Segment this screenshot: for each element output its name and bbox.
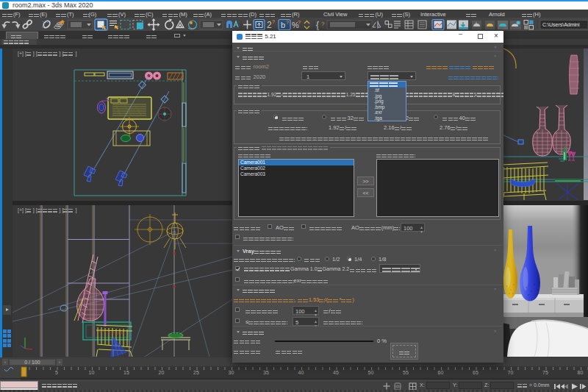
svg-text:50: 50 bbox=[368, 370, 374, 375]
svg-text:C:\Users\Admini: C:\Users\Admini bbox=[542, 22, 580, 27]
svg-text:?: ? bbox=[321, 21, 325, 27]
svg-text:20: 20 bbox=[159, 370, 165, 375]
svg-text:{: { bbox=[316, 20, 319, 30]
svg-text:?: ? bbox=[272, 19, 275, 24]
svg-text:75: 75 bbox=[542, 370, 548, 375]
svg-text:35: 35 bbox=[263, 370, 269, 375]
svg-text:?: ? bbox=[286, 20, 289, 25]
svg-text:5: 5 bbox=[55, 370, 58, 375]
svg-text:70: 70 bbox=[508, 370, 514, 375]
svg-text:55: 55 bbox=[403, 370, 409, 375]
svg-text:40: 40 bbox=[298, 370, 304, 375]
svg-text:30: 30 bbox=[229, 370, 234, 375]
svg-text:10: 10 bbox=[89, 370, 95, 375]
svg-text:b: b bbox=[281, 21, 285, 29]
svg-text:?: ? bbox=[298, 20, 301, 25]
svg-text:25: 25 bbox=[193, 370, 199, 375]
svg-text:2: 2 bbox=[267, 20, 272, 30]
svg-text:80: 80 bbox=[578, 370, 584, 375]
svg-text:60: 60 bbox=[438, 370, 444, 375]
svg-text:45: 45 bbox=[333, 370, 339, 375]
svg-text:15: 15 bbox=[123, 370, 129, 375]
svg-text:65: 65 bbox=[473, 370, 478, 375]
